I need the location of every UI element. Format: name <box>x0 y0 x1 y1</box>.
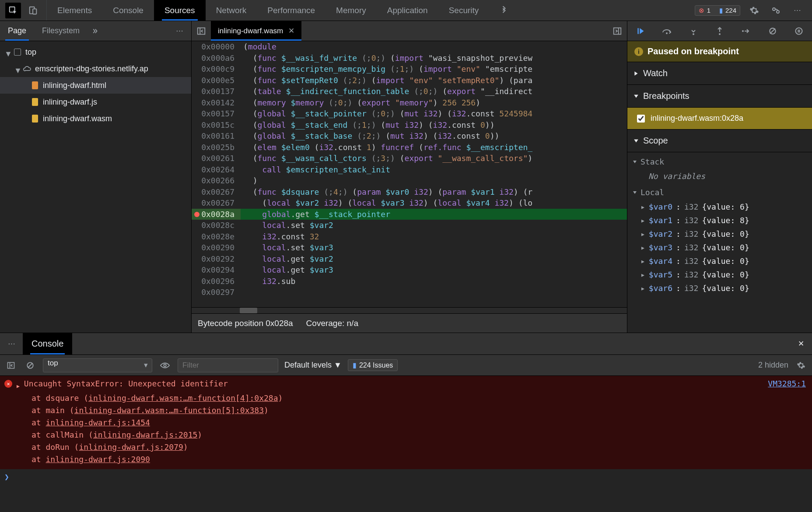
drawer-menu-icon[interactable]: ⋯ <box>0 333 23 354</box>
tree-file-js[interactable]: inlining-dwarf.js <box>0 94 191 110</box>
code-line[interactable]: 0x0015c (global $__stack_end (;1;) (mut … <box>192 119 627 131</box>
error-count-badge[interactable]: ⊗ 1 ▮ 224 <box>695 5 740 16</box>
scope-variable[interactable]: ▸$var6: i32 {value: 0} <box>627 281 812 295</box>
scope-variable[interactable]: ▸$var1: i32 {value: 8} <box>627 214 812 227</box>
scope-variable[interactable]: ▸$var3: i32 {value: 0} <box>627 241 812 254</box>
scope-variable[interactable]: ▸$var2: i32 {value: 0} <box>627 227 812 241</box>
scope-variable[interactable]: ▸$var5: i32 {value: 0} <box>627 268 812 281</box>
step-into-icon[interactable] <box>685 25 702 38</box>
console-filter-input[interactable] <box>178 358 278 372</box>
toggle-debugger-icon[interactable] <box>608 21 627 41</box>
section-breakpoints[interactable]: Breakpoints <box>627 85 812 108</box>
tree-file-wasm[interactable]: inlining-dwarf.wasm <box>0 110 191 127</box>
drawer-tab-console[interactable]: Console <box>23 333 72 354</box>
nav-tab-overflow-icon[interactable] <box>91 21 99 41</box>
stack-frame-link[interactable]: inlining-dwarf.wasm:…m-function[4]:0x28a <box>88 393 278 403</box>
tab-network[interactable]: Network <box>206 0 257 21</box>
code-line[interactable]: 0x00296 i32.sub <box>192 276 627 287</box>
console-error[interactable]: ✕ ▸ Uncaught SyntaxError: Unexpected ide… <box>0 376 812 469</box>
tree-file-html[interactable]: inlining-dwarf.html <box>0 77 191 94</box>
svg-point-23 <box>164 364 166 367</box>
tab-console[interactable]: Console <box>102 0 154 21</box>
toggle-navigator-icon[interactable] <box>192 21 211 41</box>
nav-tab-filesystem[interactable]: Filesystem <box>34 21 88 41</box>
tree-domain[interactable]: ▼ emscripten-dbg-stories.netlify.ap <box>0 60 191 77</box>
scope-variable[interactable]: ▸$var0: i32 {value: 6} <box>627 200 812 214</box>
code-editor[interactable]: 0x00000(module0x000a6 (func $__wasi_fd_w… <box>192 41 627 307</box>
scope-local[interactable]: Local <box>627 183 812 200</box>
code-line[interactable]: 0x00264 call $emscripten_stack_init <box>192 164 627 175</box>
deactivate-breakpoints-icon[interactable] <box>764 25 781 38</box>
code-line[interactable]: 0x00000(module <box>192 41 627 53</box>
breakpoint-row[interactable]: inlining-dwarf.wasm:0x28a <box>627 108 812 130</box>
code-line[interactable]: 0x00267 (func $dsquare (;4;) (param $var… <box>192 186 627 198</box>
tab-performance[interactable]: Performance <box>257 0 326 21</box>
stack-frame-link[interactable]: inlining-dwarf.js:2015 <box>93 430 197 439</box>
issues-badge[interactable]: ▮224 Issues <box>348 359 398 371</box>
device-toolbar-icon[interactable] <box>25 3 41 18</box>
close-drawer-icon[interactable]: ✕ <box>790 333 812 354</box>
code-line[interactable]: 0x00137 (table $__indirect_function_tabl… <box>192 86 627 97</box>
code-line[interactable]: 0x00157 (global $__stack_pointer (;0;) (… <box>192 108 627 119</box>
step-over-icon[interactable] <box>658 25 676 38</box>
pause-on-exceptions-icon[interactable] <box>790 25 808 38</box>
editor-tab-label: inlining-dwarf.wasm <box>218 27 283 35</box>
code-line[interactable]: 0x0028a global.get $__stack_pointer <box>192 209 627 220</box>
breakpoint-checkbox[interactable] <box>637 115 645 123</box>
code-line[interactable]: 0x0028e i32.const 32 <box>192 231 627 242</box>
bytecode-position: Bytecode position 0x028a <box>198 319 293 328</box>
tab-overflow-icon[interactable] <box>489 0 519 21</box>
code-line[interactable]: 0x000a6 (func $__wasi_fd_write (;0;) (im… <box>192 53 627 64</box>
code-line[interactable]: 0x00161 (global $__stack_base (;2;) (mut… <box>192 130 627 142</box>
nav-menu-icon[interactable]: ⋯ <box>168 21 191 41</box>
code-line[interactable]: 0x0025b (elem $elem0 (i32.const 1) funcr… <box>192 142 627 153</box>
tree-top[interactable]: ▼ top <box>0 44 191 60</box>
clear-console-icon[interactable] <box>24 359 37 372</box>
stack-frame-link[interactable]: inlining-dwarf.wasm:…m-function[5]:0x383 <box>74 406 264 415</box>
expand-icon[interactable]: ▸ <box>16 380 21 392</box>
inspect-element-icon[interactable] <box>5 3 21 18</box>
console-prompt[interactable]: ❯ <box>0 469 812 485</box>
tab-elements[interactable]: Elements <box>47 0 102 21</box>
tab-application[interactable]: Application <box>377 0 438 21</box>
hidden-messages[interactable]: 2 hidden <box>758 361 788 370</box>
stack-frame-link[interactable]: inlining-dwarf.js:2090 <box>46 455 150 464</box>
code-line[interactable]: 0x00267 (local $var2 i32) (local $var3 i… <box>192 197 627 209</box>
section-scope[interactable]: Scope <box>627 130 812 152</box>
resume-icon[interactable] <box>632 25 649 38</box>
editor-tab[interactable]: inlining-dwarf.wasm ✕ <box>211 21 301 41</box>
code-line[interactable]: 0x000e5 (func $setTempRet0 (;2;) (import… <box>192 75 627 86</box>
tab-security[interactable]: Security <box>438 0 490 21</box>
error-source-link[interactable]: VM3285:1 <box>768 378 806 390</box>
step-out-icon[interactable] <box>711 25 728 38</box>
stack-frame-link[interactable]: inlining-dwarf.js:1454 <box>46 418 150 427</box>
kebab-menu-icon[interactable]: ⋯ <box>790 3 806 18</box>
horizontal-scrollbar[interactable] <box>192 307 627 313</box>
tab-memory[interactable]: Memory <box>326 0 377 21</box>
step-icon[interactable] <box>737 25 755 38</box>
code-line[interactable]: 0x00297 <box>192 287 627 298</box>
live-expression-icon[interactable] <box>158 359 172 372</box>
close-icon[interactable]: ✕ <box>288 26 294 35</box>
code-line[interactable]: 0x00292 local.get $var2 <box>192 253 627 265</box>
code-line[interactable]: 0x00294 local.get $var3 <box>192 264 627 276</box>
console-sidebar-icon[interactable] <box>4 359 18 372</box>
scope-stack[interactable]: Stack <box>627 152 812 169</box>
console-settings-icon[interactable] <box>794 359 808 372</box>
code-line[interactable]: 0x000c9 (func $emscripten_memcpy_big (;1… <box>192 63 627 75</box>
customize-icon[interactable] <box>768 3 784 18</box>
stack-frame-link[interactable]: inlining-dwarf.js:2079 <box>79 442 183 452</box>
scope-variable[interactable]: ▸$var4: i32 {value: 0} <box>627 254 812 268</box>
code-line[interactable]: 0x00266 ) <box>192 175 627 186</box>
settings-gear-icon[interactable] <box>746 3 762 18</box>
section-watch[interactable]: Watch <box>627 62 812 85</box>
svg-point-4 <box>777 11 779 13</box>
code-line[interactable]: 0x0028c local.set $var2 <box>192 220 627 231</box>
context-select[interactable]: top <box>43 358 152 372</box>
nav-tab-page[interactable]: Page <box>0 21 34 41</box>
tab-sources[interactable]: Sources <box>154 0 206 21</box>
code-line[interactable]: 0x00261 (func $__wasm_call_ctors (;3;) (… <box>192 153 627 164</box>
log-levels-select[interactable]: Default levels ▼ <box>284 361 342 370</box>
code-line[interactable]: 0x00142 (memory $memory (;0;) (export "m… <box>192 97 627 109</box>
code-line[interactable]: 0x00290 local.set $var3 <box>192 242 627 253</box>
